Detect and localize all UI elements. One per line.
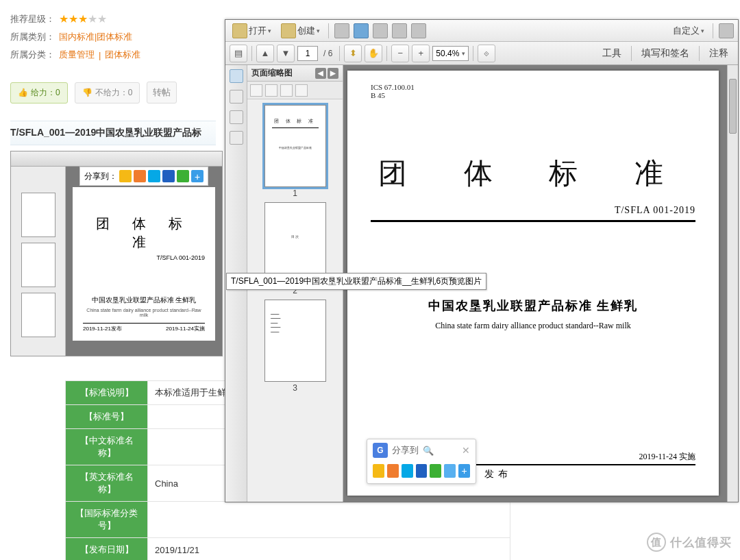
- renren-icon[interactable]: [416, 464, 428, 478]
- bookmark-icon[interactable]: [230, 90, 243, 104]
- tencent-icon[interactable]: [402, 464, 413, 478]
- weibo-icon[interactable]: [387, 464, 399, 478]
- scrollbar[interactable]: [727, 65, 738, 502]
- separator: [699, 46, 700, 61]
- menu-create[interactable]: 创建▾: [278, 23, 323, 38]
- translate-icon[interactable]: G: [373, 443, 388, 458]
- transfer-button[interactable]: 转帖: [147, 82, 177, 104]
- small-foot-right: 2019-11-24实施: [166, 325, 205, 332]
- sidebar-toggle-button[interactable]: ▤: [230, 45, 247, 62]
- ics-code: ICS 67.100.01: [371, 83, 695, 91]
- doc-pub: 发布: [484, 468, 512, 480]
- wechat-icon[interactable]: [430, 464, 441, 478]
- star-icon: ★: [69, 12, 78, 25]
- table-key: 【发布日期】: [66, 538, 148, 561]
- tool-button[interactable]: ⟐: [478, 45, 495, 62]
- zoom-select[interactable]: 50.4%▾: [432, 46, 469, 61]
- class-value1[interactable]: 质量管理: [59, 49, 95, 61]
- table-row: 【国际标准分类号】: [66, 502, 510, 538]
- watermark: 值 什么值得买: [647, 533, 732, 552]
- zoom-out-button[interactable]: −: [391, 45, 409, 62]
- vote-up-button[interactable]: 👍 给力：0: [10, 82, 68, 104]
- divider: [371, 220, 695, 222]
- small-doc-sub-cn: 中国农垦乳业联盟产品标准 生鲜乳: [83, 295, 205, 305]
- table-value: 2019/11/21: [148, 538, 510, 561]
- tools-link[interactable]: 工具: [597, 47, 627, 60]
- more-share-icon[interactable]: +: [458, 464, 470, 478]
- weibo-icon[interactable]: [134, 170, 146, 182]
- hand-tool-button[interactable]: ✋: [365, 45, 382, 62]
- notes-link[interactable]: 注释: [704, 47, 734, 60]
- share-icon[interactable]: [444, 464, 456, 478]
- vote-up-label: 给力：0: [31, 87, 60, 99]
- small-page-area: 团 体 标 准 T/SFLA 001-2019 中国农垦乳业联盟产品标准 生鲜乳…: [66, 167, 222, 356]
- page-down-button[interactable]: ▼: [277, 45, 295, 62]
- class-sep: |: [99, 50, 101, 60]
- wechat-icon[interactable]: [177, 170, 189, 182]
- qzone-icon[interactable]: [373, 464, 384, 478]
- menu-open[interactable]: 打开▾: [230, 23, 274, 38]
- export-icon[interactable]: [411, 23, 426, 38]
- renren-icon[interactable]: [162, 170, 175, 182]
- thumbnails-icon[interactable]: [230, 69, 243, 83]
- share-popup: G 分享到 🔍 ✕ +: [367, 439, 476, 484]
- separator: [631, 46, 632, 61]
- prev-icon[interactable]: ◀: [315, 68, 326, 79]
- save-icon[interactable]: [334, 23, 349, 38]
- attachment-icon[interactable]: [230, 110, 243, 124]
- thumb-down-icon: 👎: [82, 88, 92, 97]
- star-icon: ★: [97, 12, 107, 25]
- chevron-down-icon: ▾: [317, 27, 320, 34]
- select-tool-button[interactable]: ⬍: [344, 45, 362, 62]
- close-icon[interactable]: ✕: [462, 445, 470, 456]
- class-row: 所属分类： 质量管理 | 团体标准: [10, 49, 216, 61]
- email-icon[interactable]: [354, 23, 369, 38]
- thumb-tool-icon[interactable]: [280, 84, 293, 97]
- page-up-button[interactable]: ▲: [256, 45, 274, 62]
- star-icon: ★: [78, 12, 88, 25]
- next-icon[interactable]: ▶: [328, 68, 338, 79]
- menu-custom[interactable]: 自定义▾: [670, 25, 707, 37]
- small-pdf-viewer: 分享到： + 团 体 标 准 T/SFLA 001-2019 中国农垦乳业联盟产…: [10, 151, 223, 356]
- tencent-icon[interactable]: [148, 170, 160, 182]
- table-key: 【国际标准分类号】: [66, 502, 148, 538]
- chevron-down-icon: ▾: [462, 50, 465, 57]
- vote-down-button[interactable]: 👎 不给力：0: [75, 82, 140, 104]
- pdf-viewer-window: 打开▾ 创建▾ 自定义▾ ▤ ▲ ▼ / 6 ⬍ ✋ − + 50.4%▾ ⟐ …: [225, 19, 739, 502]
- category-value[interactable]: 国内标准|团体标准: [59, 31, 132, 43]
- more-share-icon[interactable]: +: [191, 170, 204, 182]
- thumbnail-3[interactable]: ━━━━━━━━━━━━━━━━━━━━━━━━━━━━━━━ 3: [247, 300, 343, 393]
- signature-icon[interactable]: [230, 131, 243, 145]
- separator: [251, 46, 252, 61]
- search-icon[interactable]: 🔍: [423, 446, 434, 456]
- thumbnail-1[interactable]: 团 体 标 准中国农垦乳业联盟产品标准 1: [247, 105, 343, 198]
- table-key: 【中文标准名称】: [66, 429, 148, 465]
- stars: ★ ★ ★ ★ ★: [59, 12, 107, 25]
- scrollbar-thumb[interactable]: [729, 79, 737, 134]
- print-icon[interactable]: [392, 23, 407, 38]
- zoom-in-button[interactable]: +: [412, 45, 430, 62]
- fillsign-link[interactable]: 填写和签名: [636, 47, 695, 60]
- share-popup-title: 分享到: [392, 444, 419, 456]
- page-input[interactable]: [297, 46, 318, 61]
- small-share-bar: 分享到： +: [79, 167, 208, 186]
- class-label: 所属分类：: [10, 49, 55, 61]
- thumb-tool-icon[interactable]: [265, 84, 278, 97]
- small-doc-title: 团 体 标 准: [83, 215, 205, 252]
- ics-code2: B 45: [371, 91, 695, 99]
- qzone-icon[interactable]: [119, 170, 132, 182]
- small-doc-code: T/SFLA 001-2019: [83, 254, 205, 261]
- doc-subtitle-cn: 中国农垦乳业联盟产品标准 生鲜乳: [371, 297, 695, 314]
- small-thumb[interactable]: [21, 243, 56, 287]
- thumb-tool-icon[interactable]: [250, 84, 262, 97]
- class-value2[interactable]: 团体标准: [105, 49, 140, 61]
- small-thumb[interactable]: [21, 293, 56, 337]
- cloud-icon[interactable]: [373, 23, 388, 38]
- separator: [473, 46, 473, 61]
- separator: [386, 46, 387, 61]
- small-thumb[interactable]: [21, 193, 56, 237]
- category-label: 所属类别：: [10, 31, 55, 43]
- thumb-tool-icon[interactable]: [295, 84, 308, 97]
- thumb-up-icon: 👍: [18, 88, 28, 97]
- help-icon[interactable]: [719, 23, 734, 38]
